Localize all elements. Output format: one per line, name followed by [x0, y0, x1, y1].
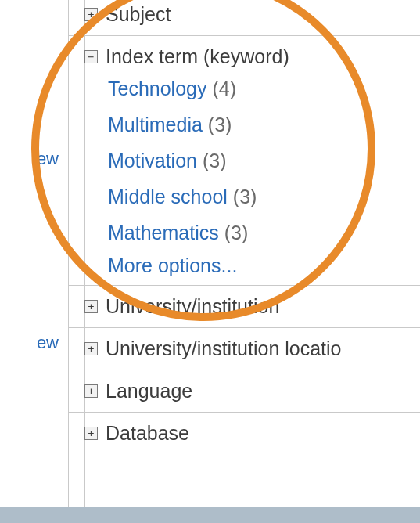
footer-bar	[0, 507, 420, 523]
term-link: Middle school	[108, 186, 228, 207]
filter-label: Subject	[106, 3, 171, 26]
filter-label: University/institution	[106, 295, 279, 318]
filter-header-subject[interactable]: + Subject	[84, 0, 420, 29]
term-link: Motivation	[108, 150, 197, 171]
filter-header-university[interactable]: + University/institution	[84, 292, 420, 321]
term-link: Technology	[108, 78, 206, 99]
filter-header-university-location[interactable]: + University/institution locatio	[84, 334, 420, 363]
filter-label: Index term (keyword)	[106, 45, 289, 68]
minus-icon: −	[84, 50, 98, 63]
term-count: (3)	[208, 114, 232, 135]
term-count: (3)	[224, 222, 249, 243]
plus-icon: +	[84, 8, 98, 21]
filter-section-subject: + Subject	[69, 0, 420, 35]
term-item-motivation[interactable]: Motivation (3)	[108, 145, 420, 176]
term-item-middle-school[interactable]: Middle school (3)	[108, 181, 420, 212]
left-column: ew ew	[0, 0, 69, 523]
filter-label: University/institution locatio	[106, 337, 342, 360]
term-item-mathematics[interactable]: Mathematics (3)	[108, 217, 420, 248]
plus-icon: +	[84, 384, 98, 398]
term-item-technology[interactable]: Technology (4)	[108, 73, 420, 104]
term-link: Mathematics	[108, 222, 219, 243]
filter-label: Database	[106, 422, 189, 445]
filter-section-index-term: − Index term (keyword) Technology (4) Mu…	[69, 35, 420, 285]
filter-header-index-term[interactable]: − Index term (keyword)	[84, 42, 420, 71]
filter-header-database[interactable]: + Database	[84, 419, 420, 448]
plus-icon: +	[84, 342, 98, 355]
preview-link-1[interactable]: ew	[37, 149, 59, 169]
more-options-link[interactable]: More options...	[108, 253, 420, 277]
plus-icon: +	[84, 427, 98, 440]
plus-icon: +	[84, 300, 98, 313]
filter-label: Language	[106, 380, 192, 402]
filter-panel: + Subject − Index term (keyword) Technol…	[69, 0, 420, 523]
filter-section-database: + Database	[69, 412, 420, 454]
filter-section-language: + Language	[69, 370, 420, 412]
term-count: (4)	[212, 78, 236, 99]
filter-section-university: + University/institution	[69, 285, 420, 327]
term-link: Multimedia	[108, 114, 203, 135]
preview-link-2[interactable]: ew	[37, 333, 59, 353]
term-count: (3)	[233, 186, 257, 207]
filter-header-language[interactable]: + Language	[84, 377, 420, 406]
term-item-multimedia[interactable]: Multimedia (3)	[108, 109, 420, 140]
term-count: (3)	[203, 150, 227, 171]
term-list: Technology (4) Multimedia (3) Motivation…	[84, 71, 420, 279]
filter-section-university-location: + University/institution locatio	[69, 327, 420, 370]
